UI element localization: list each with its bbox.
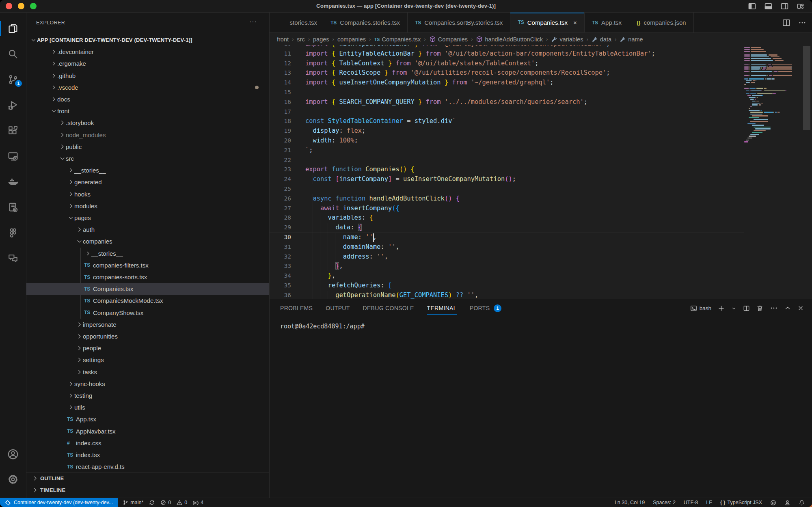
status-spaces-2[interactable]: Spaces: 2 (653, 500, 676, 505)
tree-folder-opportunities[interactable]: opportunities (26, 330, 269, 342)
toggle-panel-icon[interactable] (763, 2, 773, 11)
tab-Companies.tsx[interactable]: TSCompanies.tsx× (510, 13, 584, 32)
breadcrumb-item-Companies[interactable]: Companies (429, 36, 468, 43)
tree-file-react-app-env.d.ts[interactable]: TSreact-app-env.d.ts (26, 461, 269, 472)
breadcrumb-item-Companies.tsx[interactable]: TSCompanies.tsx (374, 36, 421, 43)
breadcrumb-item-src[interactable]: src (297, 36, 304, 43)
tree-file-index.css[interactable]: #index.css (26, 437, 269, 449)
status-typescript-jsx[interactable]: { }TypeScript JSX (720, 500, 762, 505)
activity-figma-icon[interactable] (0, 222, 26, 244)
tree-folder-sync-hooks[interactable]: sync-hooks (26, 378, 269, 390)
tree-folder-testing[interactable]: testing (26, 390, 269, 401)
status-utf-8[interactable]: UTF-8 (684, 500, 698, 505)
panel-tab-output[interactable]: OUTPUT (326, 299, 350, 317)
status-error-icon[interactable]: 0 (160, 500, 171, 505)
close-icon[interactable] (797, 305, 804, 311)
tree-folder-pages[interactable]: pages (26, 212, 269, 224)
breadcrumb-item-data[interactable]: data (592, 36, 611, 43)
tree-folder-__stories__[interactable]: __stories__ (26, 164, 269, 176)
terminal-prompt[interactable]: root@0a42ecd84891:/app# (280, 323, 365, 330)
tree-file-App.tsx[interactable]: TSApp.tsx (26, 413, 269, 425)
breadcrumb-item-companies[interactable]: companies (337, 36, 366, 43)
chevron-down-sm-icon[interactable] (731, 306, 736, 311)
tree-folder-generated[interactable]: generated (26, 176, 269, 188)
tree-folder-people[interactable]: people (26, 342, 269, 354)
status-sync-icon[interactable] (149, 500, 155, 505)
tree-folder-src[interactable]: src (26, 153, 269, 164)
tree-file-Companies.tsx[interactable]: TSCompanies.tsx (26, 283, 269, 295)
explorer-more-actions-icon[interactable]: ··· (249, 18, 257, 26)
activity-comments-icon[interactable] (0, 248, 26, 269)
activity-dev-container-icon[interactable] (0, 197, 26, 218)
tree-file-AppNavbar.tsx[interactable]: TSAppNavbar.tsx (26, 425, 269, 437)
toggle-secondary-sidebar-icon[interactable] (780, 2, 789, 11)
plus-icon[interactable] (718, 305, 725, 312)
breadcrumb-item-variables[interactable]: variables (551, 36, 583, 43)
activity-files-icon[interactable] (0, 18, 26, 39)
status-feedback-icon[interactable] (770, 500, 776, 506)
tree-folder-modules[interactable]: modules (26, 200, 269, 212)
tree-file-CompanyShow.tsx[interactable]: TSCompanyShow.tsx (26, 307, 269, 319)
tree-folder-hooks[interactable]: hooks (26, 188, 269, 200)
activity-account-icon[interactable] (0, 444, 26, 465)
tree-folder-.github[interactable]: .github (26, 70, 269, 82)
tab-Companies.sortBy.stories.tsx[interactable]: TSCompanies.sortBy.stories.tsx (408, 13, 510, 32)
panel-tab-terminal[interactable]: TERMINAL (427, 299, 457, 317)
breadcrumb-item-name[interactable]: name (620, 36, 643, 43)
tree-folder-front[interactable]: front (26, 105, 269, 117)
activity-settings-gear-icon[interactable] (0, 469, 26, 490)
panel-tab-debug-console[interactable]: DEBUG CONSOLE (363, 299, 414, 317)
status-warning-icon[interactable]: 0 (177, 500, 187, 505)
tree-folder-.vscode[interactable]: .vscode (26, 82, 269, 93)
tree-folder-.devcontainer[interactable]: .devcontainer (26, 46, 269, 58)
status-ln-30-col-19[interactable]: Ln 30, Col 19 (615, 500, 645, 505)
tree-folder-public[interactable]: public (26, 141, 269, 153)
breadcrumb-item-front[interactable]: front (277, 36, 289, 43)
tree-folder-utils[interactable]: utils (26, 401, 269, 413)
sidebar-section-timeline[interactable]: TIMELINE (26, 484, 269, 496)
editor-scrollbar[interactable] (803, 46, 810, 130)
panel-tab-ports[interactable]: PORTS1 (470, 299, 501, 317)
tree-folder-auth[interactable]: auth (26, 224, 269, 235)
status-branch-icon[interactable]: main* (123, 500, 143, 505)
code-editor[interactable]: 10import { WithTopBarContainer } from '@… (270, 45, 812, 299)
tree-folder-docs[interactable]: docs (26, 93, 269, 105)
status-person-icon[interactable] (784, 500, 790, 506)
trash-icon[interactable] (756, 305, 763, 312)
activity-docker-icon[interactable] (0, 171, 26, 192)
sidebar-section-outline[interactable]: OUTLINE (26, 472, 269, 484)
tree-folder-.storybook[interactable]: .storybook (26, 117, 269, 129)
status-broadcast-icon[interactable]: 4 (193, 500, 203, 505)
remote-indicator[interactable]: Container dev-twenty-dev (dev-twenty-dev… (0, 498, 118, 507)
minimap[interactable] (744, 45, 795, 299)
tab-companies.json[interactable]: {}companies.json (629, 13, 694, 32)
terminal-shell-selector[interactable]: bash (690, 305, 711, 312)
tab-stories.tsx[interactable]: stories.tsx (270, 13, 323, 32)
toggle-sidebar-icon[interactable] (747, 2, 757, 11)
split-editor-icon[interactable] (782, 18, 791, 27)
tree-folder-impersonate[interactable]: impersonate (26, 319, 269, 330)
ellipsis-icon[interactable] (798, 19, 806, 26)
panel-tab-problems[interactable]: PROBLEMS (280, 299, 313, 317)
activity-source-control-icon[interactable]: 1 (0, 69, 26, 90)
breadcrumb-item-handleAddButtonClick[interactable]: handleAddButtonClick (476, 36, 543, 43)
tree-file-CompaniesMockMode.tsx[interactable]: TSCompaniesMockMode.tsx (26, 295, 269, 306)
activity-search-icon[interactable] (0, 43, 26, 65)
tree-folder-companies[interactable]: companies (26, 235, 269, 247)
tab-Companies.stories.tsx[interactable]: TSCompanies.stories.tsx (323, 13, 408, 32)
tree-folder-settings[interactable]: settings (26, 354, 269, 366)
close-icon[interactable]: × (573, 19, 577, 26)
status-lf[interactable]: LF (706, 500, 712, 505)
tree-file-index.tsx[interactable]: TSindex.tsx (26, 449, 269, 461)
tree-folder-.ergomake[interactable]: .ergomake (26, 58, 269, 69)
tree-folder-APP [CONTAINER DEV-TWENTY-DEV (DEV-TWENTY-DEV-1)][interactable]: APP [CONTAINER DEV-TWENTY-DEV (DEV-TWENT… (26, 34, 269, 46)
tree-folder-node_modules[interactable]: node_modules (26, 129, 269, 141)
customize-layout-icon[interactable] (796, 2, 806, 11)
breadcrumb-item-pages[interactable]: pages (313, 36, 329, 43)
panel-split-icon[interactable] (743, 305, 750, 312)
status-bell-icon[interactable] (799, 500, 805, 506)
activity-extensions-icon[interactable] (0, 120, 26, 141)
activity-remote-explorer-icon[interactable] (0, 146, 26, 167)
tree-folder-__stories__[interactable]: __stories__ (26, 248, 269, 259)
tab-App.tsx[interactable]: TSApp.tsx (585, 13, 629, 32)
